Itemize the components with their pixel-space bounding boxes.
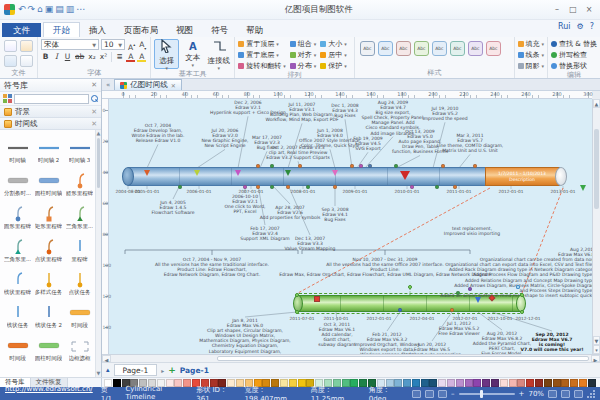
symbol-分割条时...[interactable]: 分割条时...	[2, 165, 33, 198]
milestone-dot[interactable]	[441, 164, 445, 168]
close-icon[interactable]: ×	[582, 4, 596, 16]
help-icon[interactable]: ?	[590, 22, 594, 31]
zoom-slider[interactable]	[459, 393, 515, 395]
palette-color[interactable]	[447, 379, 455, 387]
task-triangle-marker[interactable]	[475, 297, 481, 303]
milestone-triangle[interactable]	[332, 170, 338, 176]
symbol-线状任务 2[interactable]: 线状任务 2	[33, 297, 64, 330]
zoom-level[interactable]: 70%	[528, 390, 544, 398]
font-style-button-5[interactable]: x²	[99, 52, 108, 62]
milestone-dot[interactable]	[350, 164, 354, 168]
timeline-annotation[interactable]: Dec 1, 2008Edraw V4.3Bug Fixes	[331, 103, 358, 118]
section-close-icon[interactable]: ✕	[91, 108, 97, 116]
cut-icon[interactable]	[4, 40, 17, 52]
palette-color[interactable]	[421, 379, 429, 387]
account-name[interactable]: Rui	[558, 22, 571, 31]
overflow-icon[interactable]: ⋯	[76, 4, 85, 14]
symbol-时间段[interactable]: 时间段	[64, 297, 95, 330]
symbol-里程碑[interactable]: 里程碑	[64, 231, 95, 264]
edit-拼写检查[interactable]: 拼写检查	[551, 50, 597, 59]
milestone-dot[interactable]	[359, 164, 363, 168]
timeline-annotation[interactable]: Jun 20, 2012Edraw Max V6.5Flowchart auto…	[401, 342, 462, 354]
milestone-dot[interactable]	[333, 185, 337, 189]
task-dot-marker[interactable]	[456, 291, 460, 295]
arrange-大小[interactable]: 大小▾	[320, 39, 347, 48]
edit-查找 & 替换[interactable]: 查找 & 替换	[551, 39, 597, 48]
font-style-button-0[interactable]: B	[41, 52, 50, 62]
copy-icon[interactable]	[20, 55, 33, 67]
milestone-dot[interactable]	[256, 185, 260, 189]
resize-grip[interactable]	[587, 390, 595, 398]
style-swatch-3[interactable]: Abc	[414, 41, 429, 56]
milestone-dot[interactable]	[453, 185, 457, 189]
timeline-annotation[interactable]: Feb 19, 2009Edraw V4.5SVG Export	[353, 136, 382, 151]
font-size-select[interactable]: 10▼	[101, 39, 125, 50]
task-dot-marker[interactable]	[398, 308, 402, 312]
timeline-annotation[interactable]: Apr 28, 2007Edraw V2.6Add properties for…	[260, 205, 321, 220]
timeline-annotation[interactable]: Mar 3, 2011Edraw V5.7Line theme, COMTD d…	[437, 133, 504, 153]
timeline-annotation[interactable]: Sep 3, 2008Edraw V4.1Bug Fixes	[321, 207, 348, 222]
timeline-annotation[interactable]: Feb 17, 2007Edraw V2.4Support XML Diagra…	[240, 226, 289, 241]
palette-color[interactable]	[403, 379, 411, 387]
page-nav-icon[interactable]: ▸	[161, 367, 164, 374]
symbol-圆柱时间段[interactable]: 圆柱时间段	[33, 330, 64, 363]
palette-color[interactable]	[526, 379, 534, 387]
milestone-dot[interactable]	[243, 185, 247, 189]
search-icon[interactable]	[91, 95, 98, 102]
symbol-箭形里程碑[interactable]: 箭形里程碑	[64, 165, 95, 198]
milestone-dot[interactable]	[178, 185, 182, 189]
milestone-dot[interactable]	[306, 185, 310, 189]
arrange-居中[interactable]: 居中▾	[320, 50, 347, 59]
save-icon[interactable]: ▤	[55, 4, 64, 14]
style-swatch-7[interactable]: Abc	[486, 41, 501, 56]
palette-color[interactable]	[561, 379, 569, 387]
panel-close-icon[interactable]: ✕	[91, 81, 97, 89]
collapse-sidebar-icon[interactable]: «	[104, 80, 112, 90]
bracket-caption[interactable]: Nov 10, 2007 - Dec 31, 2009All the versi…	[279, 257, 491, 277]
arrange-置于顶层[interactable]: 置于顶层▾	[238, 39, 286, 48]
arrange-分布[interactable]: 分布▾	[290, 61, 317, 70]
view-fit-icon[interactable]	[425, 390, 434, 398]
tab-开始[interactable]: 开始	[43, 22, 80, 37]
timeline-annotation[interactable]: Jan 8, 2011Edraw Max V6.0Clip art shapes…	[199, 318, 290, 354]
task-dot-marker[interactable]	[450, 308, 454, 312]
symbol-多样式任务[interactable]: 多样式任务	[33, 264, 64, 297]
highlight-icon[interactable]: A	[137, 52, 146, 62]
palette-color[interactable]	[465, 379, 473, 387]
milestone-dot[interactable]	[410, 185, 414, 189]
sidebar-scrollbar[interactable]: ▲▼	[95, 130, 101, 377]
milestone-triangle[interactable]	[144, 170, 150, 176]
symbol-边框选框[interactable]: 边框选框	[64, 330, 95, 363]
page-tab[interactable]: Page-1	[114, 364, 158, 376]
section-close-icon[interactable]: ✕	[91, 120, 97, 128]
palette-color[interactable]	[570, 379, 578, 387]
palette-color[interactable]	[429, 379, 437, 387]
print-icon[interactable]: ▥	[66, 4, 75, 14]
fit-page-icon[interactable]	[561, 390, 570, 398]
statusbar-link[interactable]: http://www.edrawsoft.cn/	[5, 385, 93, 400]
task-dot-marker[interactable]	[468, 287, 472, 291]
milestone-dot[interactable]	[435, 185, 439, 189]
timeline-annotation[interactable]: Oct 7, 2004Edraw Develop Team,Wrote Edra…	[132, 123, 185, 143]
milestone-triangle[interactable]	[400, 171, 410, 180]
fls-填充[interactable]: 填充▾	[518, 39, 545, 48]
selection-handle-square[interactable]	[516, 285, 520, 289]
bullet-list-icon[interactable]: ≣	[115, 52, 124, 62]
style-swatch-6[interactable]: Abc	[468, 41, 483, 56]
font-name-select[interactable]: 宋体▼	[41, 39, 99, 50]
magnifier-icon[interactable]	[574, 390, 583, 398]
tab-文件[interactable]: 文件	[2, 23, 41, 37]
library-menu-icon[interactable]	[3, 94, 12, 103]
edit-替换形状[interactable]: 替换形状	[551, 61, 597, 70]
symbol-点状任务[interactable]: 点状任务	[64, 264, 95, 297]
collapse-pagebar-icon[interactable]: ▴	[106, 366, 110, 374]
document-tab[interactable]: 亿图时间线 ✕	[114, 79, 182, 90]
milestone-dot[interactable]	[286, 185, 290, 189]
milestone-dot[interactable]	[270, 164, 274, 168]
section-时间线[interactable]: 时间线✕	[0, 118, 101, 130]
font-style-button-1[interactable]: I	[52, 52, 61, 62]
new-icon[interactable]: ▣	[45, 4, 54, 14]
arrange-对齐[interactable]: 对齐▾	[290, 50, 317, 59]
timeline-annotation[interactable]: Jul 11, 2007Edraw V3.1Building Plan, Web…	[265, 102, 338, 122]
style-swatch-2[interactable]: Abc	[396, 41, 411, 56]
